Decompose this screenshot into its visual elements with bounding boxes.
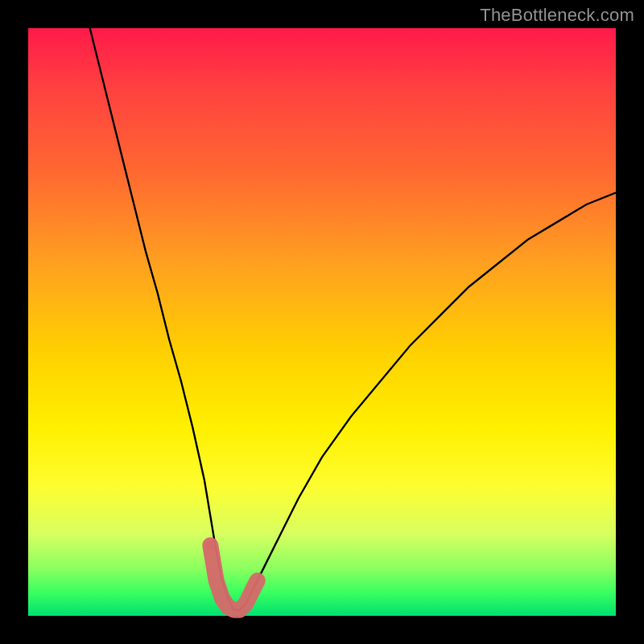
trough-highlight-stroke [210, 545, 257, 609]
chart-svg-layer [28, 28, 616, 616]
bottleneck-curve [87, 16, 616, 609]
chart-plot-area [28, 28, 616, 616]
watermark-text: TheBottleneck.com [480, 5, 634, 26]
chart-outer-frame: TheBottleneck.com [0, 0, 644, 644]
trough-highlight [205, 540, 257, 609]
trough-highlight-dot [205, 540, 215, 550]
